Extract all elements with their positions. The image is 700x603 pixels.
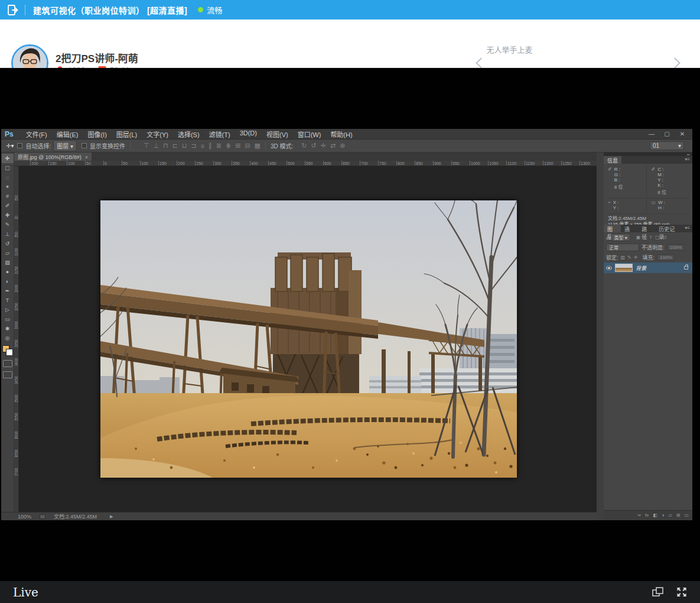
opacity-value[interactable]: 100% <box>667 244 685 251</box>
ps-menu-item[interactable]: 窗口(W) <box>294 129 325 140</box>
adjustment-layer-icon[interactable]: ◑ <box>662 513 665 518</box>
next-arrow-icon[interactable] <box>669 57 680 68</box>
layer-row-background[interactable]: 背景 <box>604 262 692 273</box>
auto-select-dropdown[interactable]: 图层 ▾ <box>53 140 77 151</box>
layer-effects-icon[interactable]: fx <box>645 513 649 518</box>
lasso-tool[interactable]: ◌ <box>2 173 14 182</box>
filter-type-icon[interactable]: T <box>649 235 652 240</box>
workspace-dropdown[interactable]: 01 ▾ <box>650 141 684 150</box>
ps-menu-item[interactable]: 视图(V) <box>262 129 292 140</box>
ps-menu-item[interactable]: 编辑(E) <box>53 129 83 140</box>
distribute-vcenter-icon[interactable]: ∥ <box>209 142 212 150</box>
type-tool[interactable]: T <box>2 296 14 305</box>
show-transform-checkbox[interactable] <box>82 143 87 148</box>
ps-menu-item[interactable]: 图层(L) <box>112 129 141 140</box>
ps-menu-item[interactable]: 选择(S) <box>174 129 204 140</box>
3d-roll-icon[interactable]: ↺ <box>311 142 317 150</box>
3d-slide-icon[interactable]: ⇄ <box>330 142 336 150</box>
lock-transparent-icon[interactable]: ▨ <box>621 255 626 260</box>
magic-wand-tool[interactable]: ✶ <box>2 182 14 192</box>
ps-menu-item[interactable]: 滤镜(T) <box>205 129 235 140</box>
move-tool[interactable]: ✛ <box>2 154 14 163</box>
lock-move-icon[interactable]: ✛ <box>634 255 638 260</box>
tab-layers[interactable]: 图层 <box>604 225 621 232</box>
layer-filter-dropdown[interactable]: 类型 ▾ <box>611 234 630 241</box>
shape-tool[interactable]: ▭ <box>2 315 14 324</box>
ps-menu-item[interactable]: 文字(Y) <box>142 129 172 140</box>
exit-room-icon[interactable] <box>7 4 19 16</box>
filter-pixel-icon[interactable]: ▣ <box>636 235 641 240</box>
color-swatches[interactable] <box>2 345 13 356</box>
quick-mask-button[interactable] <box>3 360 12 367</box>
layer-mask-icon[interactable]: ◧ <box>653 513 657 518</box>
zoom-tool[interactable]: ◎ <box>2 333 14 343</box>
screen-mode-button[interactable] <box>3 371 12 378</box>
layer-group-icon[interactable]: ▱ <box>669 513 672 518</box>
layer-visibility-icon[interactable] <box>606 266 612 270</box>
3d-drag-icon[interactable]: ✛ <box>321 142 326 150</box>
document-image[interactable] <box>100 200 517 478</box>
align-vcenter-icon[interactable]: ⊥ <box>154 142 159 150</box>
pen-tool[interactable]: ✒ <box>2 286 14 296</box>
new-layer-icon[interactable]: ⊞ <box>676 513 681 518</box>
fullscreen-icon[interactable] <box>676 587 687 597</box>
horizontal-ruler[interactable]: 2001501005005010015020025030035040045050… <box>14 161 597 166</box>
zoom-level[interactable]: 100% <box>18 514 31 520</box>
align-top-icon[interactable]: ⊤ <box>144 142 149 150</box>
3d-rotate-icon[interactable]: ↻ <box>301 142 307 150</box>
video-stage[interactable]: Ps 文件(F)编辑(E)图像(I)图层(L)文字(Y)选择(S)滤镜(T)3D… <box>0 68 700 581</box>
filter-shape-icon[interactable]: ▢ <box>655 235 660 240</box>
link-layers-icon[interactable]: ∞ <box>637 513 641 518</box>
brush-tool[interactable]: ✎ <box>2 220 14 229</box>
delete-layer-icon[interactable]: ▭ <box>684 513 689 518</box>
align-right-icon[interactable]: ⊐ <box>191 142 197 150</box>
path-select-tool[interactable]: ▷ <box>2 305 14 315</box>
blend-mode-dropdown[interactable]: 正常 <box>606 244 639 251</box>
distribute-bottom-icon[interactable]: ≣ <box>216 142 222 150</box>
tab-channels[interactable]: 通道 <box>621 225 638 232</box>
background-color-swatch[interactable] <box>6 349 13 356</box>
tab-history[interactable]: 历史记录 <box>655 225 682 232</box>
align-bottom-icon[interactable]: ⊓ <box>163 142 168 150</box>
fill-value[interactable]: 100% <box>657 254 675 261</box>
dodge-tool[interactable]: ◐ <box>2 277 14 286</box>
panel-menu-icon[interactable]: ▾≡ <box>682 225 692 232</box>
tab-paths[interactable]: 路径 <box>638 225 655 232</box>
maximize-icon[interactable]: ▢ <box>663 131 671 137</box>
layer-thumbnail[interactable] <box>615 264 633 272</box>
status-expand-icon[interactable]: ▶ <box>110 514 113 519</box>
align-hcenter-icon[interactable]: ⊔ <box>182 142 187 150</box>
gradient-tool[interactable]: ▨ <box>2 258 14 267</box>
distribute-left-icon[interactable]: ⋕ <box>226 142 231 150</box>
minimize-icon[interactable]: — <box>647 131 656 137</box>
filter-adjustment-icon[interactable]: ◐ <box>643 235 646 240</box>
tab-info[interactable]: 信息 <box>604 156 621 164</box>
align-left-icon[interactable]: ⊏ <box>172 142 178 150</box>
panel-menu-icon[interactable]: ▾≡ <box>682 156 692 164</box>
eraser-tool[interactable]: ▱ <box>2 248 14 258</box>
current-tool-icon[interactable]: ✛▾ <box>6 142 14 149</box>
filter-smart-icon[interactable]: ⊡ <box>663 235 667 240</box>
layers-empty-area[interactable] <box>604 273 692 510</box>
ps-menu-item[interactable]: 文件(F) <box>22 129 51 140</box>
document-tab[interactable]: 原图.jpg @ 100%(RGB/8#) × <box>14 153 92 161</box>
healing-brush-tool[interactable]: ✚ <box>2 210 14 220</box>
history-brush-tool[interactable]: ↺ <box>2 239 14 248</box>
distribute-top-icon[interactable]: ≡ <box>201 142 204 150</box>
3d-scale-icon[interactable]: ⊕ <box>340 142 345 150</box>
clone-stamp-tool[interactable]: ⊥ <box>2 229 14 239</box>
marquee-tool[interactable]: ▢ <box>2 163 14 173</box>
eyedropper-tool[interactable]: ✐ <box>2 201 14 210</box>
ps-menu-item[interactable]: 3D(D) <box>236 129 261 140</box>
ps-menu-item[interactable]: 帮助(H) <box>326 129 356 140</box>
ps-menu-item[interactable]: 图像(I) <box>83 129 110 140</box>
hand-tool[interactable]: ✱ <box>2 324 14 333</box>
auto-align-icon[interactable]: ▦ <box>255 142 261 150</box>
vertical-ruler[interactable]: 5005010015020025030035040045050055060065… <box>14 166 19 512</box>
prev-arrow-icon[interactable] <box>476 57 486 68</box>
picture-in-picture-icon[interactable] <box>652 587 663 597</box>
lock-paint-icon[interactable]: ✎ <box>627 255 631 260</box>
close-icon[interactable]: ✕ <box>678 131 686 137</box>
close-document-icon[interactable]: × <box>85 154 88 160</box>
auto-select-checkbox[interactable] <box>17 143 22 148</box>
